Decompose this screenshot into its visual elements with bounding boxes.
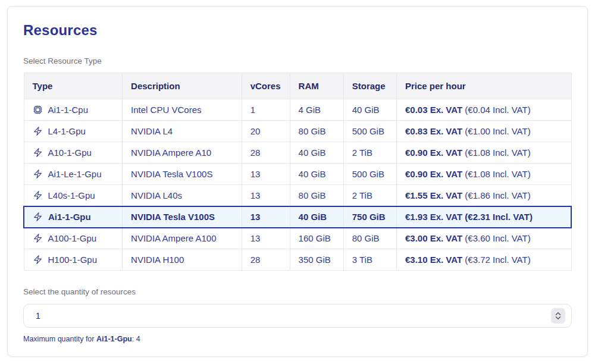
resource-vcores: 13 (242, 206, 290, 228)
resource-vcores: 20 (242, 121, 290, 142)
resource-price: €1.55 Ex. VAT (€1.86 Incl. VAT) (396, 185, 571, 206)
resource-ram: 160 GiB (290, 228, 343, 249)
resource-ram: 80 GiB (290, 185, 343, 206)
resource-table-body: Ai1-1-Cpu Intel CPU VCores 1 4 GiB 40 Gi… (24, 99, 571, 271)
resource-type-label: Select Resource Type (23, 57, 572, 65)
table-header-row: Type Description vCores RAM Storage Pric… (24, 73, 571, 99)
resource-type-value: Ai1-1-Cpu (48, 105, 89, 115)
quantity-label: Select the quantity of resources (23, 287, 572, 296)
resource-storage: 80 GiB (343, 228, 396, 249)
resource-storage: 2 TiB (343, 185, 396, 206)
resource-type-value: A10-1-Gpu (48, 148, 92, 158)
bolt-icon (33, 255, 43, 265)
resource-vcores: 13 (242, 185, 290, 206)
header-description: Description (123, 73, 242, 99)
resource-storage: 750 GiB (343, 206, 396, 228)
resource-description: NVIDIA Ampere A10 (123, 142, 242, 164)
resource-storage: 3 TiB (343, 249, 396, 271)
page-title: Resources (23, 22, 572, 39)
resource-description: NVIDIA H100 (123, 249, 242, 271)
header-vcores: vCores (242, 73, 290, 99)
table-row[interactable]: Ai1-Le-1-Gpu NVIDIA Tesla V100S 13 40 Gi… (24, 164, 571, 185)
resource-price: €0.90 Ex. VAT (€1.08 Incl. VAT) (396, 142, 571, 164)
bolt-icon (33, 233, 43, 243)
resource-vcores: 28 (242, 142, 290, 164)
quantity-input[interactable] (23, 304, 572, 328)
resource-vcores: 13 (242, 164, 290, 185)
table-row-selected[interactable]: Ai1-1-Gpu NVIDIA Tesla V100S 13 40 GiB 7… (24, 206, 571, 228)
resource-ram: 40 GiB (290, 164, 343, 185)
table-row[interactable]: H100-1-Gpu NVIDIA H100 28 350 GiB 3 TiB … (24, 249, 571, 271)
resource-vcores: 1 (242, 99, 290, 121)
header-type: Type (24, 73, 123, 99)
bolt-icon (33, 169, 43, 179)
max-note-prefix: Maximum quantity for (23, 335, 96, 343)
resource-storage: 40 GiB (343, 99, 396, 121)
resource-description: NVIDIA Tesla V100S (123, 206, 242, 228)
resource-vcores: 13 (242, 228, 290, 249)
resource-price: €3.00 Ex. VAT (€3.60 Incl. VAT) (396, 228, 571, 249)
resources-card: Resources Select Resource Type Type Desc… (7, 6, 588, 357)
bolt-icon (33, 212, 43, 222)
resource-description: NVIDIA Tesla V100S (123, 164, 242, 185)
header-storage: Storage (343, 73, 396, 99)
resource-description: NVIDIA L40s (123, 185, 242, 206)
resource-type-value: H100-1-Gpu (48, 255, 98, 265)
resource-storage: 2 TiB (343, 142, 396, 164)
resource-vcores: 28 (242, 249, 290, 271)
resource-ram: 4 GiB (290, 99, 343, 121)
table-row[interactable]: Ai1-1-Cpu Intel CPU VCores 1 4 GiB 40 Gi… (24, 99, 571, 121)
quantity-stepper[interactable] (551, 308, 565, 324)
table-row[interactable]: A100-1-Gpu NVIDIA Ampere A100 13 160 GiB… (24, 228, 571, 249)
resource-ram: 40 GiB (290, 142, 343, 164)
resource-price: €0.90 Ex. VAT (€1.08 Incl. VAT) (396, 164, 571, 185)
chevron-up-down-icon (555, 311, 562, 321)
header-ram: RAM (290, 73, 343, 99)
quantity-field (23, 304, 572, 328)
max-note-resource: Ai1-1-Gpu (96, 335, 132, 343)
bolt-icon (33, 148, 43, 158)
resource-description: NVIDIA L4 (123, 121, 242, 142)
resource-table: Type Description vCores RAM Storage Pric… (23, 73, 572, 271)
table-row[interactable]: L4-1-Gpu NVIDIA L4 20 80 GiB 500 GiB €0.… (24, 121, 571, 142)
bolt-icon (33, 190, 43, 200)
resource-type-value: L4-1-Gpu (48, 126, 86, 136)
resource-price: €3.10 Ex. VAT (€3.72 Incl. VAT) (396, 249, 571, 271)
resource-price: €0.83 Ex. VAT (€1.00 Incl. VAT) (396, 121, 571, 142)
resource-price: €1.93 Ex. VAT (€2.31 Incl. VAT) (396, 206, 571, 228)
header-price: Price per hour (396, 73, 571, 99)
resource-description: NVIDIA Ampere A100 (123, 228, 242, 249)
resource-price: €0.03 Ex. VAT (€0.04 Incl. VAT) (396, 99, 571, 121)
resource-ram: 350 GiB (290, 249, 343, 271)
resource-type-value: A100-1-Gpu (48, 233, 97, 243)
max-quantity-note: Maximum quantity for Ai1-1-Gpu: 4 (23, 335, 572, 343)
bolt-icon (33, 126, 43, 136)
cpu-chip-icon (33, 105, 43, 115)
resource-storage: 500 GiB (343, 164, 396, 185)
resource-ram: 80 GiB (290, 121, 343, 142)
resource-type-value: Ai1-1-Gpu (48, 212, 91, 222)
resource-type-value: L40s-1-Gpu (48, 190, 95, 200)
resource-description: Intel CPU VCores (123, 99, 242, 121)
resource-storage: 500 GiB (343, 121, 396, 142)
resource-ram: 40 GiB (290, 206, 343, 228)
table-row[interactable]: A10-1-Gpu NVIDIA Ampere A10 28 40 GiB 2 … (24, 142, 571, 164)
resource-type-value: Ai1-Le-1-Gpu (48, 169, 102, 179)
table-row[interactable]: L40s-1-Gpu NVIDIA L40s 13 80 GiB 2 TiB €… (24, 185, 571, 206)
max-note-suffix: : 4 (132, 335, 140, 343)
